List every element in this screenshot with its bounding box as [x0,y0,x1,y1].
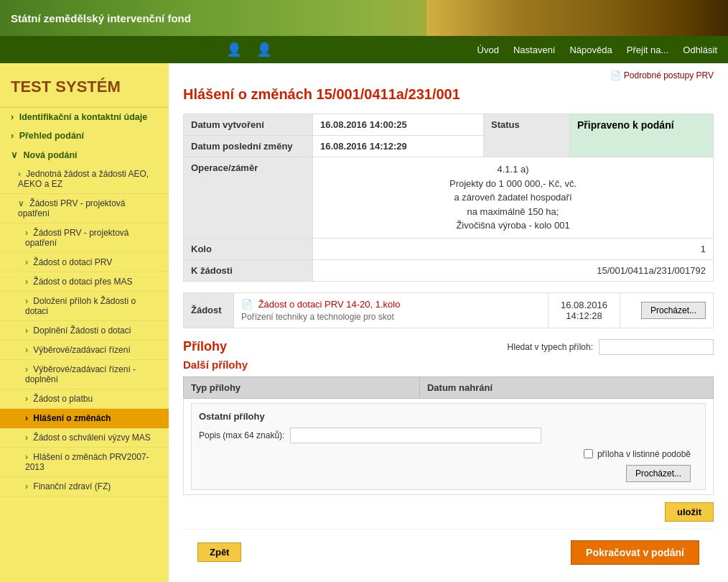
header: Státní zemědělský intervenční fond [0,0,728,36]
arrow-icon: › [25,325,28,336]
arrow-icon: › [25,364,28,374]
listinna-checkbox[interactable] [584,449,593,458]
arrow-icon: › [25,394,28,404]
datum-vytvoreni-label: Datum vytvoření [184,114,313,136]
layout: TEST SYSTÉM › Identifikační a kontaktní … [0,63,728,582]
nav-uvod[interactable]: Úvod [477,45,499,55]
zadost-table: Žádost 📄 Žádost o dotaci PRV 14-20, 1.ko… [183,292,714,328]
table-row-kolo: Kolo 1 [184,238,714,259]
ostatni-title: Ostatní přílohy [199,411,698,422]
header-title: Státní zemědělský intervenční fond [11,12,191,24]
sidebar-item-dolozeni[interactable]: › Doložení příloh k Žádosti o dotaci [0,292,169,321]
sidebar-item-zadost-platbu[interactable]: › Žádost o platbu [0,389,169,409]
nav-napoveda[interactable]: Nápověda [569,45,612,55]
k-zadosti-value: 15/001/0411a/231/001792 [313,259,714,281]
datum-zmeny-label: Datum poslední změny [184,136,313,157]
arrow-icon: › [25,277,28,287]
col-typ: Typ přílohy [184,377,420,398]
user-icon-1[interactable]: 👤 [226,42,242,57]
datum-zmeny-value: 16.08.2016 14:12:29 [313,136,484,157]
nav-odhlasit[interactable]: Odhlásit [683,45,717,55]
datum-vytvoreni-value: 16.08.2016 14:00:25 [313,114,484,136]
sidebar-item-identifikacni[interactable]: › Identifikační a kontaktní údaje [0,108,169,126]
sidebar-title: TEST SYSTÉM [0,70,169,108]
helper-link-container: 📄 Podrobné postupy PRV [183,70,714,80]
pokracovat-button[interactable]: Pokračovat v podání [571,540,699,565]
user-icon-2[interactable]: 👤 [256,42,272,57]
hledat-label: Hledat v typech příloh: [508,342,593,352]
zpet-button[interactable]: Zpět [197,542,241,562]
checkbox-label: příloha v listinné podobě [597,449,691,459]
sidebar-item-zadosti-prv[interactable]: › Žádosti PRV - projektová opatření [0,223,169,253]
prilohy-title: Přílohy [183,339,227,354]
sidebar-item-hlaseni[interactable]: › Hlášení o změnách [0,409,169,428]
kolo-label: Kolo [184,238,313,259]
arrow-icon: › [11,131,14,141]
popis-row: Popis (max 64 znaků): [199,428,698,443]
main-content: 📄 Podrobné postupy PRV Hlášení o změnách… [169,63,728,582]
helper-link-icon: 📄 [610,70,621,80]
popis-label: Popis (max 64 znaků): [199,430,284,440]
sidebar-item-zadost-pres-mas[interactable]: › Žádost o dotaci přes MAS [0,272,169,292]
ostatni-prilohy: Ostatní přílohy Popis (max 64 znaků): př… [191,403,706,490]
browse-button-2[interactable]: Procházet... [626,465,691,482]
sidebar-item-financni[interactable]: › Finanční zdraví (FZ) [0,477,169,496]
table-row-datum-vytvoreni: Datum vytvoření 16.08.2016 14:00:25 Stat… [184,114,714,136]
zadost-row: Žádost 📄 Žádost o dotaci PRV 14-20, 1.ko… [184,292,714,328]
col-datum: Datum nahrání [419,377,713,398]
dalsi-prilohy-title: Další přílohy [183,359,714,371]
zadost-link-container: 📄 Žádost o dotaci PRV 14-20, 1.kolo [241,299,541,310]
nav-prejit[interactable]: Přejit na... [627,45,669,55]
navbar-icons: 👤 👤 [226,42,272,57]
arrow-icon: › [25,296,28,306]
helper-link[interactable]: Podrobné postupy PRV [624,70,714,80]
popis-input[interactable] [290,428,541,443]
sidebar: TEST SYSTÉM › Identifikační a kontaktní … [0,63,169,582]
arrow-icon: › [25,433,28,443]
prilohy-table: Typ přílohy Datum nahrání Ostatní příloh… [183,377,714,495]
sidebar-item-nova-podani[interactable]: ∨ Nová podání [0,145,169,165]
zadost-date: 16.08.201614:12:28 [549,292,620,328]
sidebar-item-vyberove[interactable]: › Výběrové/zadávací řízení [0,341,169,360]
sidebar-item-vyberove-doplneni[interactable]: › Výběrové/zadávací řízení - doplnění [0,360,169,389]
info-table: Datum vytvoření 16.08.2016 14:00:25 Stat… [183,114,714,282]
navbar: 👤 👤 Úvod Nastavení Nápověda Přejit na...… [0,36,728,63]
bottom-bar: Zpět Pokračovat v podání [183,529,714,576]
zadost-label: Žádost [184,292,234,328]
page-title: Hlášení o změnách 15/001/0411a/231/001 [183,86,714,103]
arrow-icon: › [25,228,28,238]
arrow-icon: › [25,452,28,462]
arrow-icon: › [25,257,28,267]
nav-nastaveni[interactable]: Nastavení [513,45,556,55]
browse-button-1[interactable]: Procházet... [641,302,706,319]
prilohy-header: Přílohy Hledat v typech příloh: [183,339,714,355]
sidebar-item-jednotna[interactable]: › Jednotná žádost a žádosti AEO, AEKO a … [0,165,169,194]
arrow-icon: › [11,112,14,122]
prilohy-ostatni-row: Ostatní přílohy Popis (max 64 znaků): př… [184,398,714,494]
zadost-link[interactable]: Žádost o dotaci PRV 14-20, 1.kolo [258,299,401,310]
table-row-k-zadosti: K žádosti 15/001/0411a/231/001792 [184,259,714,281]
arrow-icon-down: ∨ [18,198,24,208]
arrow-icon-down: ∨ [11,150,18,160]
arrow-icon: › [18,169,21,179]
prilohy-section: Přílohy Hledat v typech příloh: Další př… [183,339,714,522]
sidebar-item-zadost-dotaci-prv[interactable]: › Žádost o dotaci PRV [0,253,169,272]
sidebar-item-zadosti-prv-group[interactable]: ∨ Žádosti PRV - projektová opatření [0,194,169,223]
operace-label: Operace/záměr [184,157,313,239]
zadost-content: 📄 Žádost o dotaci PRV 14-20, 1.kolo Poří… [234,292,549,328]
arrow-icon: › [25,345,28,355]
sidebar-item-doplneni[interactable]: › Doplnění Žádosti o dotaci [0,321,169,341]
ulozit-button[interactable]: uložit [665,502,714,522]
sidebar-item-prehled[interactable]: › Přehled podání [0,126,169,145]
sidebar-item-zadost-schvaleni[interactable]: › Žádost o schválení výzvy MAS [0,428,169,448]
status-value: Připraveno k podání [570,114,714,157]
table-row-operace: Operace/záměr 4.1.1 a)Projekty do 1 000 … [184,157,714,239]
kolo-value: 1 [313,238,714,259]
prilohy-search-container: Hledat v typech příloh: [508,339,714,355]
hledat-input[interactable] [599,339,714,355]
sidebar-item-hlaseni-prv[interactable]: › Hlášení o změnách PRV2007-2013 [0,448,169,477]
status-label: Status [484,114,570,157]
zadost-sub: Pořízení techniky a technologie pro skot [241,312,541,322]
checkbox-row: příloha v listinné podobě [199,449,698,459]
browse-row: Procházet... [199,465,698,482]
